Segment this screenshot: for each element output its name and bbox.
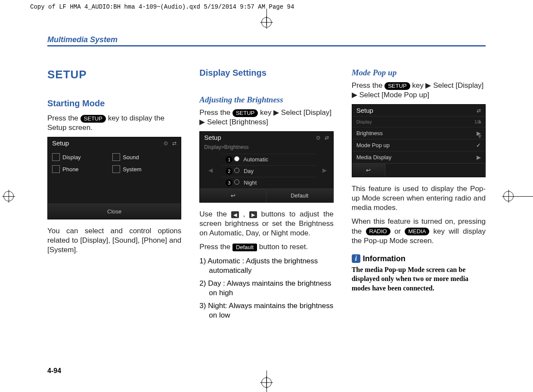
body-text: Press the SETUP key to display the Setup… bbox=[47, 114, 181, 133]
right-arrow-icon: ▶ bbox=[316, 152, 333, 188]
list-row: Media Display ▶ bbox=[352, 151, 485, 163]
body-text: When this feature is turned on, pressing… bbox=[352, 217, 486, 245]
information-heading: i Information bbox=[352, 254, 486, 263]
info-title: Information bbox=[363, 254, 406, 263]
default-pill: Default bbox=[232, 244, 257, 251]
registration-mark bbox=[261, 377, 272, 388]
sub-header-left: Display bbox=[356, 119, 372, 124]
left-arrow-icon: ◀ bbox=[200, 152, 221, 188]
system-icon bbox=[112, 165, 120, 173]
body-text: Press the SETUP key ▶ Select [Display] ▶… bbox=[199, 108, 333, 127]
list-item: 1) Automatic : Adjusts the brightness au… bbox=[199, 256, 333, 275]
status-icons: ⇄ bbox=[477, 108, 481, 114]
info-body: The media Pop-up Mode screen can be disp… bbox=[352, 265, 486, 293]
column-3: Mode Pop up Press the SETUP key ▶ Select… bbox=[352, 68, 486, 324]
breadcrumb: Display>Brightness bbox=[200, 143, 333, 152]
radio-icon bbox=[234, 179, 239, 185]
callout-1: 1 bbox=[226, 156, 232, 163]
up-arrow-icon: ▲ bbox=[477, 117, 483, 124]
info-icon: i bbox=[352, 254, 360, 263]
heading-adjust-brightness: Adjusting the Brightness bbox=[199, 95, 333, 105]
heading-starting-mode: Starting Mode bbox=[47, 99, 181, 108]
callout-2: 2 bbox=[226, 168, 232, 175]
text: Press the bbox=[47, 114, 81, 122]
radio-icon bbox=[234, 168, 239, 173]
text: button to reset. bbox=[259, 243, 308, 251]
list-row: Mode Pop up ✓ bbox=[352, 139, 485, 151]
registration-mark bbox=[261, 17, 272, 28]
left-arrow-button-icon: ◀ bbox=[231, 211, 239, 218]
back-button-label: ↩ bbox=[200, 189, 266, 202]
text: or bbox=[394, 227, 405, 235]
back-button-label: ↩ bbox=[352, 164, 385, 177]
list-item: 2) Day : Always maintains the brightness… bbox=[199, 279, 333, 298]
option-row: 1 Automatic bbox=[221, 154, 316, 165]
phone-icon bbox=[52, 165, 60, 173]
menu-item: System bbox=[112, 165, 168, 173]
text: Press the bbox=[352, 81, 385, 90]
chevron-right-icon: ▶ bbox=[477, 154, 481, 161]
page-title: SETUP bbox=[47, 68, 181, 81]
text: Press the bbox=[199, 108, 232, 117]
check-icon: ✓ bbox=[476, 142, 481, 148]
radio-key-pill: RADIO bbox=[366, 228, 390, 235]
body-text: Use the ◀ , ▶ buttons to adjust the scre… bbox=[199, 210, 333, 238]
crop-mark bbox=[503, 196, 533, 197]
close-button-label: Close bbox=[48, 204, 181, 219]
sound-icon bbox=[112, 153, 120, 161]
registration-mark bbox=[3, 191, 14, 201]
option-row: 3 Night bbox=[221, 177, 316, 188]
menu-item: Display bbox=[52, 153, 108, 161]
text: , bbox=[243, 210, 249, 218]
screenshot-setup-main: Setup ⊙ ⇄ Display Sound Phone System Clo… bbox=[47, 137, 181, 219]
screenshot-title: Setup bbox=[356, 107, 373, 114]
heading-display-settings: Display Settings bbox=[199, 68, 333, 78]
menu-item: Sound bbox=[112, 153, 168, 161]
list-item: 3) Night: Always maintains the brightnes… bbox=[199, 301, 333, 320]
menu-item: Phone bbox=[52, 165, 108, 173]
radio-icon bbox=[234, 156, 239, 161]
body-text: This feature is used to display the Pop-… bbox=[352, 184, 486, 213]
column-2: Display Settings Adjusting the Brightnes… bbox=[199, 68, 333, 324]
page-number: 4-94 bbox=[47, 367, 61, 375]
column-1: SETUP Starting Mode Press the SETUP key … bbox=[47, 68, 181, 324]
media-key-pill: MEDIA bbox=[405, 228, 429, 235]
status-icons: ⊙ ⇄ bbox=[316, 135, 329, 141]
numbered-list: 1) Automatic : Adjusts the brightness au… bbox=[199, 256, 333, 321]
setup-key-pill: SETUP bbox=[384, 82, 410, 90]
heading-mode-popup: Mode Pop up bbox=[352, 68, 486, 77]
right-arrow-button-icon: ▶ bbox=[249, 211, 257, 218]
display-icon bbox=[52, 153, 60, 161]
text: Use the bbox=[199, 210, 231, 218]
setup-key-pill: SETUP bbox=[232, 109, 258, 117]
scroll-buttons: ▲ ▼ bbox=[477, 117, 483, 140]
screenshot-title: Setup bbox=[204, 134, 221, 141]
callout-3: 3 bbox=[226, 179, 232, 186]
screenshot-mode-popup: Setup ⇄ Display 1/1 Brightness ▶ Mode Po… bbox=[352, 104, 486, 177]
section-header: Multimedia System bbox=[47, 35, 486, 46]
list-row: Brightness ▶ bbox=[352, 127, 485, 139]
body-text: You can select and control options relat… bbox=[47, 226, 181, 255]
screenshot-title: Setup bbox=[52, 139, 69, 147]
status-icons: ⊙ ⇄ bbox=[164, 140, 177, 146]
option-row: 2 Day bbox=[221, 165, 316, 177]
setup-key-pill: SETUP bbox=[81, 115, 106, 123]
text: Press the bbox=[199, 243, 232, 251]
default-button-label: Default bbox=[266, 189, 333, 202]
body-text: Press the SETUP key ▶ Select [Display] ▶… bbox=[352, 81, 486, 100]
down-arrow-icon: ▼ bbox=[477, 133, 483, 140]
body-text: Press the Default button to reset. bbox=[199, 242, 333, 252]
screenshot-brightness: Setup ⊙ ⇄ Display>Brightness ◀ 1 Automat… bbox=[199, 131, 333, 203]
